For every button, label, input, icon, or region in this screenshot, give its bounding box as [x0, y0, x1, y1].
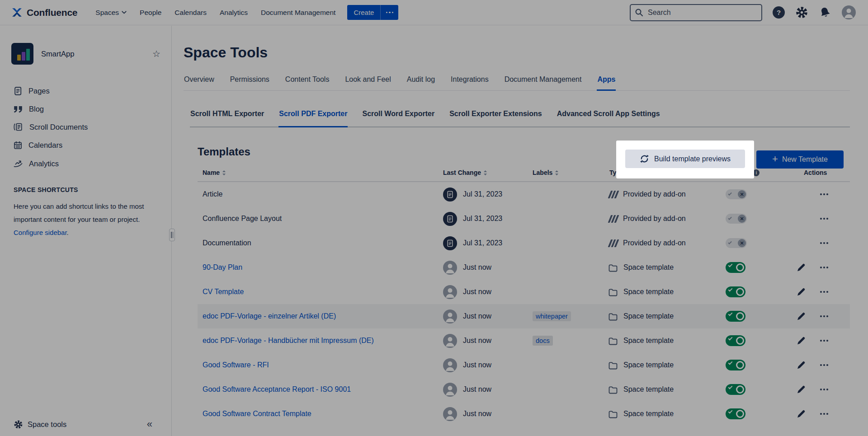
confluence-app: Confluence Spaces People Calendars Analy… — [0, 0, 868, 436]
refresh-icon — [640, 154, 649, 164]
onboarding-spotlight: Build template previews — [616, 141, 754, 178]
build-template-previews-button[interactable]: Build template previews — [625, 150, 745, 168]
onboarding-dim-overlay — [0, 0, 868, 436]
